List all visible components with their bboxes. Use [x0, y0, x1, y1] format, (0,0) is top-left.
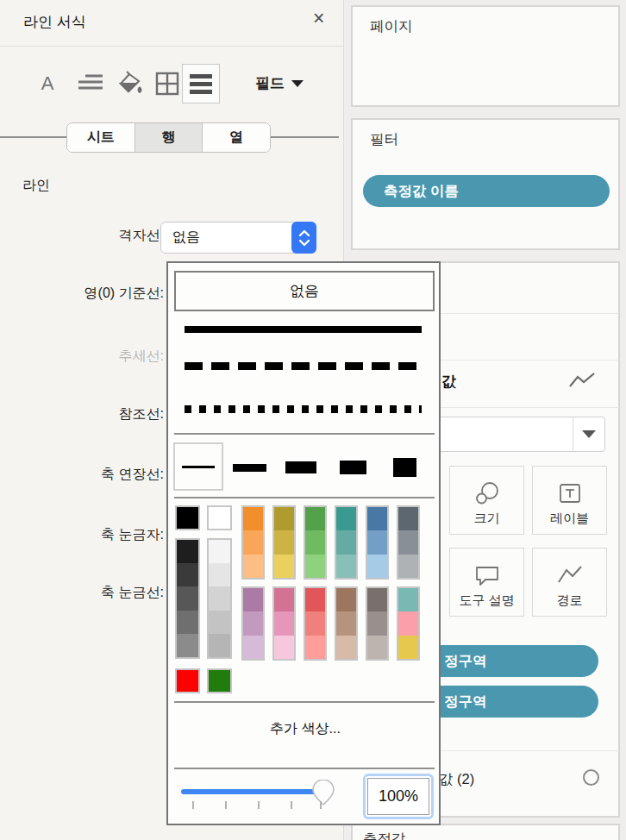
- opacity-slider-thumb[interactable]: [311, 780, 335, 811]
- swatch-strip[interactable]: [366, 586, 389, 661]
- swatch-strip[interactable]: [335, 505, 358, 580]
- color-swatch-cell[interactable]: [243, 555, 263, 578]
- color-swatch-cell[interactable]: [336, 636, 356, 659]
- tooltip-button[interactable]: 도구 설명: [449, 548, 524, 617]
- color-swatch-cell[interactable]: [243, 588, 263, 611]
- color-swatch-cell[interactable]: [209, 563, 230, 586]
- tab-column[interactable]: 열: [202, 123, 270, 152]
- thickness-option-1-selected[interactable]: [173, 442, 223, 491]
- swatch-white[interactable]: [207, 505, 232, 530]
- opacity-input[interactable]: 100%: [363, 774, 434, 819]
- tab-row[interactable]: 행: [135, 123, 203, 152]
- color-swatch-cell[interactable]: [305, 507, 325, 530]
- size-button[interactable]: 크기: [449, 466, 524, 535]
- color-swatch-cell[interactable]: [305, 588, 325, 611]
- color-swatch-cell[interactable]: [336, 588, 356, 611]
- color-swatch-cell[interactable]: [305, 636, 325, 659]
- thickness-option-2[interactable]: [233, 464, 266, 472]
- color-swatch-cell[interactable]: [243, 636, 263, 659]
- color-swatch-cell[interactable]: [274, 611, 294, 635]
- lines-icon[interactable]: [182, 64, 220, 103]
- color-swatch-cell[interactable]: [398, 555, 418, 578]
- color-swatch-cell[interactable]: [274, 588, 294, 611]
- color-swatch-cell[interactable]: [177, 586, 198, 610]
- color-swatch-cell[interactable]: [336, 555, 356, 578]
- thickness-option-4[interactable]: [340, 461, 366, 474]
- color-swatch-cell[interactable]: [209, 611, 230, 634]
- more-colors-option[interactable]: 추가 색상...: [168, 720, 442, 738]
- pages-title: 페이지: [370, 17, 413, 36]
- color-swatch-cell[interactable]: [398, 530, 418, 554]
- color-swatch-cell[interactable]: [209, 634, 230, 657]
- color-swatch-cell[interactable]: [398, 611, 418, 635]
- color-swatch-cell[interactable]: [367, 507, 387, 530]
- color-swatch-cell[interactable]: [367, 588, 387, 611]
- swatch-strip[interactable]: [397, 586, 420, 661]
- path-button[interactable]: 경로: [532, 548, 607, 617]
- color-swatch-cell[interactable]: [336, 507, 356, 530]
- alignment-icon[interactable]: [76, 67, 105, 100]
- line-none-option[interactable]: 없음: [174, 271, 435, 311]
- color-swatch-cell[interactable]: [177, 540, 198, 563]
- color-swatch-cell[interactable]: [367, 636, 387, 659]
- color-swatch-cell[interactable]: [177, 634, 198, 657]
- color-swatch-cell[interactable]: [305, 611, 325, 635]
- label-button[interactable]: 레이블: [532, 466, 607, 535]
- color-swatch-cell[interactable]: [305, 555, 325, 578]
- color-swatch-cell[interactable]: [177, 670, 198, 692]
- font-icon[interactable]: A: [33, 67, 62, 100]
- gridline-select[interactable]: 없음: [160, 222, 316, 254]
- color-swatch-cell[interactable]: [398, 636, 418, 659]
- color-swatch-cell[interactable]: [243, 530, 263, 554]
- color-swatch-cell[interactable]: [274, 555, 294, 578]
- thickness-option-5[interactable]: [393, 458, 416, 477]
- swatch-strip[interactable]: [335, 586, 358, 661]
- stepper-icon[interactable]: [291, 222, 316, 254]
- color-swatch-cell[interactable]: [367, 555, 387, 578]
- swatch-strip[interactable]: [241, 505, 265, 580]
- color-swatch-cell[interactable]: [177, 507, 198, 529]
- color-swatch-cell[interactable]: [209, 540, 230, 563]
- swatch-column-light-grays[interactable]: [207, 538, 232, 659]
- color-swatch-cell[interactable]: [336, 530, 356, 554]
- swatch-strip[interactable]: [397, 505, 420, 580]
- thickness-option-3[interactable]: [285, 461, 316, 473]
- tab-sheet[interactable]: 시트: [67, 123, 135, 152]
- filter-pill-measure-names[interactable]: 측정값 이름: [363, 175, 610, 207]
- color-swatch-cell[interactable]: [398, 507, 418, 530]
- select-arrow-button[interactable]: [573, 417, 604, 451]
- line-style-solid-option[interactable]: [185, 326, 422, 333]
- swatch-strip[interactable]: [304, 586, 327, 661]
- color-swatch-cell[interactable]: [274, 507, 294, 530]
- line-style-dotted-option[interactable]: [185, 405, 422, 413]
- line-style-dashed-option[interactable]: [185, 362, 422, 370]
- swatch-strip[interactable]: [272, 505, 296, 580]
- color-swatch-cell[interactable]: [336, 611, 356, 635]
- color-swatch-cell[interactable]: [243, 611, 263, 635]
- color-swatch-cell[interactable]: [177, 563, 198, 586]
- color-swatch-cell[interactable]: [367, 611, 387, 635]
- shading-icon[interactable]: [116, 67, 145, 100]
- swatch-column-dark-grays[interactable]: [175, 538, 200, 659]
- color-swatch-cell[interactable]: [367, 530, 387, 554]
- borders-icon[interactable]: [153, 67, 182, 100]
- opacity-slider[interactable]: [181, 789, 321, 794]
- color-swatch-cell[interactable]: [177, 611, 198, 634]
- swatch-black[interactable]: [175, 505, 200, 530]
- close-icon[interactable]: ×: [313, 9, 324, 28]
- swatch-strip[interactable]: [304, 505, 327, 580]
- color-swatch-cell[interactable]: [243, 507, 263, 530]
- color-swatch-cell[interactable]: [209, 670, 230, 692]
- color-swatch-cell[interactable]: [209, 507, 230, 529]
- color-swatch-cell[interactable]: [209, 586, 230, 610]
- color-swatch-cell[interactable]: [274, 636, 294, 659]
- swatch-strip[interactable]: [272, 586, 296, 661]
- field-dropdown-button[interactable]: 필드: [255, 73, 304, 93]
- swatch-green[interactable]: [207, 668, 232, 693]
- color-swatch-cell[interactable]: [398, 588, 418, 611]
- swatch-strip[interactable]: [366, 505, 389, 580]
- swatch-strip[interactable]: [241, 586, 265, 661]
- color-swatch-cell[interactable]: [305, 530, 325, 554]
- swatch-red[interactable]: [175, 668, 200, 693]
- color-swatch-cell[interactable]: [274, 530, 294, 554]
